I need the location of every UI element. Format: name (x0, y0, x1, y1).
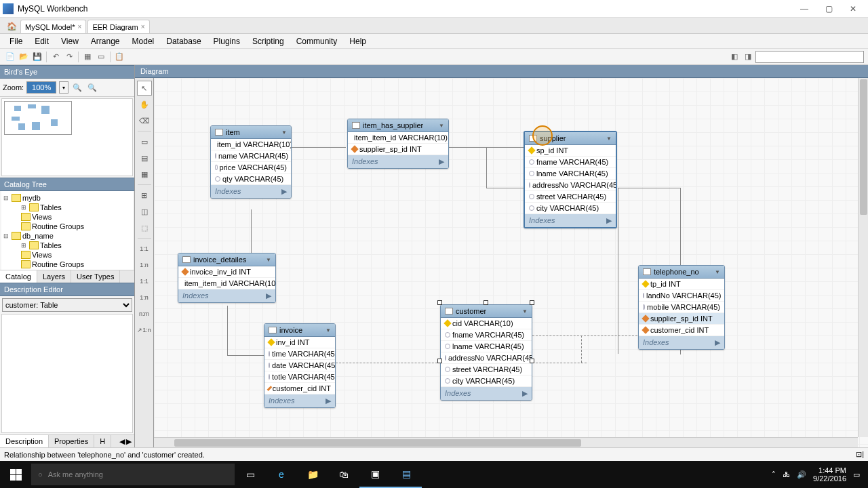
tab-properties[interactable]: Properties (49, 435, 94, 447)
tab-layers[interactable]: Layers (37, 270, 71, 283)
panel-right-button[interactable]: ◨ (742, 51, 754, 63)
entity-telephone-no[interactable]: telephone_no▼ tp_id INT landNo VARCHAR(4… (638, 265, 725, 350)
canvas-hscroll[interactable] (154, 437, 858, 447)
chevron-down-icon[interactable]: ▼ (439, 123, 444, 129)
tab-history[interactable]: H (94, 435, 111, 447)
undo-button[interactable]: ↶ (50, 51, 62, 63)
zoom-in-button[interactable]: 🔍 (71, 81, 83, 94)
tab-description[interactable]: Description (0, 435, 49, 447)
menu-model[interactable]: Model (127, 35, 160, 47)
menu-help[interactable]: Help (344, 35, 372, 47)
word-app[interactable]: ▤ (391, 461, 422, 488)
volume-icon[interactable]: 🔊 (797, 470, 806, 479)
menu-arrange[interactable]: Arrange (85, 35, 125, 47)
eraser-tool[interactable]: ⌫ (137, 113, 152, 128)
taskview-button[interactable]: ▭ (235, 461, 266, 488)
entity-supplier[interactable]: supplier▼ sp_id INT fname VARCHAR(45) ln… (524, 131, 617, 228)
validate-button[interactable]: 📋 (113, 51, 125, 63)
chevron-down-icon[interactable]: ▼ (522, 308, 528, 314)
chevron-down-icon[interactable]: ▼ (715, 269, 720, 275)
entity-item-has-supplier[interactable]: item_has_supplier▼ item_item_id VARCHAR(… (347, 119, 449, 169)
description-textarea[interactable] (1, 314, 133, 433)
search-input[interactable] (755, 51, 864, 63)
view-tool[interactable]: ◫ (137, 204, 152, 219)
redo-button[interactable]: ↷ (63, 51, 75, 63)
align-button[interactable]: ▭ (95, 51, 107, 63)
rel-n-m[interactable]: n:m (137, 306, 152, 321)
menu-plugins[interactable]: Plugins (208, 35, 245, 47)
entity-invoice-detailes[interactable]: invoice_detailes▼ invoice_inv_id INT ite… (178, 253, 276, 303)
rel-existing[interactable]: ↗1:n (137, 323, 152, 338)
store-app[interactable]: 🛍 (328, 461, 359, 488)
menu-community[interactable]: Community (291, 35, 343, 47)
close-window-button[interactable]: ✕ (841, 1, 865, 16)
new-button[interactable]: 📄 (4, 51, 16, 63)
zoom-dropdown[interactable]: ▾ (59, 81, 68, 94)
chevron-down-icon[interactable]: ▼ (606, 136, 612, 142)
tab-model[interactable]: MySQL Model*× (20, 20, 86, 33)
close-icon[interactable]: × (141, 23, 145, 30)
resize-handle[interactable] (437, 359, 442, 363)
panel-left-button[interactable]: ◧ (728, 51, 741, 63)
edge-app[interactable]: e (266, 461, 297, 488)
entity-invoice[interactable]: invoice▼ inv_id INT time VARCHAR(45) dat… (264, 323, 336, 408)
save-button[interactable]: 💾 (31, 51, 43, 63)
menu-database[interactable]: Database (161, 35, 206, 47)
description-object-select[interactable]: customer: Table (2, 298, 132, 312)
rel-1-1-id[interactable]: 1:1 (137, 274, 152, 289)
nav-prev-icon[interactable]: ◀ (119, 437, 125, 446)
workbench-app[interactable]: ▣ (359, 461, 391, 488)
zoom-value[interactable]: 100% (26, 81, 56, 94)
close-icon[interactable]: × (78, 23, 82, 30)
resize-handle[interactable] (530, 359, 534, 363)
tree-tables[interactable]: ⊞Tables (3, 241, 131, 250)
rel-1-n-id[interactable]: 1:n (137, 290, 152, 305)
maximize-button[interactable]: ▢ (816, 1, 841, 16)
hand-tool[interactable]: ✋ (137, 97, 152, 112)
action-center-icon[interactable]: ▭ (853, 470, 860, 479)
pointer-tool[interactable]: ↖ (137, 81, 152, 96)
resize-handle[interactable] (530, 300, 534, 305)
note-tool[interactable]: ▤ (137, 150, 152, 165)
minimap[interactable] (1, 98, 133, 176)
home-tab[interactable]: 🏠 (4, 20, 19, 33)
explorer-app[interactable]: 📁 (297, 461, 328, 488)
network-icon[interactable]: 🖧 (783, 470, 790, 479)
entity-item[interactable]: item▼ item_id VARCHAR(10) name VARCHAR(4… (210, 125, 292, 199)
system-clock[interactable]: 1:44 PM 9/22/2016 (813, 466, 846, 483)
tree-routines[interactable]: Routine Groups (3, 260, 131, 269)
tab-eer-diagram[interactable]: EER Diagram× (87, 20, 149, 33)
tree-db-mydb[interactable]: ⊟mydb (3, 193, 131, 203)
routine-tool[interactable]: ⬚ (137, 220, 152, 235)
status-right-icon[interactable]: ⊡| (856, 450, 864, 459)
menu-view[interactable]: View (56, 35, 84, 47)
chevron-down-icon[interactable]: ▼ (326, 327, 331, 333)
chevron-down-icon[interactable]: ▼ (266, 257, 271, 263)
rel-1-n-non[interactable]: 1:n (137, 258, 152, 272)
tree-views[interactable]: Views (3, 212, 131, 222)
entity-customer[interactable]: customer▼ cid VARCHAR(10) fname VARCHAR(… (440, 304, 532, 401)
minimize-button[interactable]: — (792, 1, 816, 16)
tree-views[interactable]: Views (3, 250, 131, 260)
resize-handle[interactable] (484, 300, 488, 305)
zoom-out-button[interactable]: 🔍 (86, 81, 98, 94)
grid-button[interactable]: ▦ (81, 51, 94, 63)
menu-file[interactable]: File (4, 35, 28, 47)
open-button[interactable]: 📂 (18, 51, 30, 63)
tab-catalog[interactable]: Catalog (0, 270, 37, 283)
tab-user-types[interactable]: User Types (71, 270, 120, 283)
tree-tables[interactable]: ⊞Tables (3, 203, 131, 212)
menu-scripting[interactable]: Scripting (247, 35, 290, 47)
nav-next-icon[interactable]: ▶ (126, 437, 132, 446)
tray-up-icon[interactable]: ˄ (772, 470, 776, 479)
layer-tool[interactable]: ▭ (137, 134, 152, 149)
resize-handle[interactable] (437, 300, 442, 305)
chevron-down-icon[interactable]: ▼ (281, 129, 287, 136)
cortana-search[interactable]: ○ Ask me anything (31, 464, 235, 485)
table-tool[interactable]: ⊞ (137, 188, 152, 203)
tree-routines[interactable]: Routine Groups (3, 222, 131, 231)
image-tool[interactable]: ▦ (137, 167, 152, 182)
start-button[interactable] (0, 461, 31, 488)
canvas-vscroll[interactable] (858, 78, 868, 437)
rel-1-1-non[interactable]: 1:1 (137, 241, 152, 256)
